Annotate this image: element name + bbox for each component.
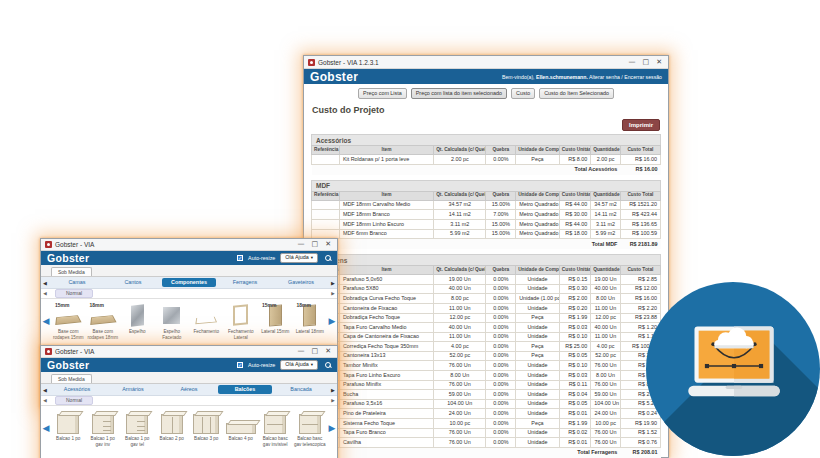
chevron-left-icon[interactable]: ◀ (41, 291, 49, 296)
table-row[interactable]: MDF 18mm Branco14.11 m27.00%Metro Quadra… (312, 210, 661, 220)
toolbar-button[interactable]: Preço com Lista (358, 88, 407, 99)
toolbar-button[interactable]: Custo do Item Selecionado (539, 88, 614, 99)
scroll-right-icon[interactable]: ▶ (327, 408, 337, 448)
table-cell: Tapa Furo Linho Escuro (339, 371, 433, 381)
section-header: MDF (311, 180, 661, 191)
table-row[interactable]: Dobradiça Curva Fecho Toque8.00 pc0.00%U… (312, 294, 661, 304)
minimize-icon[interactable]: — (298, 348, 305, 355)
tab-cantos[interactable]: Cantos (106, 278, 160, 287)
scroll-left-icon[interactable]: ◀ (41, 408, 51, 448)
table-row[interactable]: Tapa Furo Linho Escuro8.00 Un0.00%Unidad… (312, 371, 661, 381)
table-row[interactable]: Parafuso 3,5x16104.00 Un0.00%UnidadeR$ 0… (312, 399, 661, 409)
page-title: Custo do Projeto (312, 105, 660, 115)
tab-aéreos[interactable]: Aéreos (162, 385, 216, 394)
table-row[interactable]: Parafuso 5,0x6019.00 Un0.00%UnidadeR$ 0.… (312, 275, 661, 285)
thumbnail-label: Balcao basc gav telescopica (294, 436, 327, 447)
table-row[interactable]: MDF 18mm Linho Escuro3.11 m215.00%Metro … (312, 219, 661, 229)
table-row[interactable]: Corrediça Fecho Toque 350mm4.00 pc0.00%P… (312, 342, 661, 352)
print-button[interactable]: Imprimir (622, 119, 660, 131)
close-icon[interactable]: ✕ (656, 59, 662, 66)
auto-resize-checkbox[interactable]: ✓ (237, 255, 243, 261)
thumbnail-item[interactable]: 15mmBase com rodapes 15mm (51, 301, 86, 341)
thumbnail-item[interactable]: 15mmLateral 15mm (258, 301, 293, 341)
table-cell: Metro Quadrado (516, 200, 560, 210)
table-row[interactable]: Bucha59.00 Un0.00%UnidadeR$ 0.0459.00 Un… (312, 390, 661, 400)
thumbnail-item[interactable]: 18mmLateral 18mm (293, 301, 328, 341)
table-row[interactable]: MDF 6mm Branco5.99 m215.00%Metro Quadrad… (312, 229, 661, 239)
thumbnail-item[interactable]: Balcao basc gav telescopica (293, 408, 328, 448)
thumbnail-item[interactable]: Espelho Facetado (155, 301, 190, 341)
tab-balcões[interactable]: Balcões (218, 385, 272, 394)
table-row[interactable]: Tambor Minifix76.00 Un0.00%UnidadeR$ 0.1… (312, 361, 661, 371)
column-header: Quebra (486, 146, 516, 155)
help-dropdown-button[interactable]: Olá Ajuda▾ (280, 360, 318, 370)
panel-icon: 15mm (259, 302, 292, 328)
table-cell: 8.00 pc (434, 294, 486, 304)
help-dropdown-button[interactable]: Olá Ajuda▾ (280, 253, 318, 263)
minimize-icon[interactable]: — (629, 59, 636, 66)
table-row[interactable]: Pino de Prateleira24.00 Un0.00%UnidadeR$… (312, 409, 661, 419)
table-row[interactable]: Parafuso Minifix76.00 Un0.00%UnidadeR$ 0… (312, 380, 661, 390)
tab-gaveteiros[interactable]: Gaveteiros (274, 278, 328, 287)
chevron-right-icon[interactable]: ▶ (329, 291, 337, 296)
maximize-icon[interactable]: □ (312, 241, 319, 248)
thumbnail-item[interactable]: Espelho (120, 301, 155, 341)
table-cell: Pino de Prateleira (339, 409, 433, 419)
chevron-right-icon[interactable]: ▶ (329, 398, 337, 403)
tab-acessórios[interactable]: Acessórios (50, 385, 104, 394)
table-row[interactable]: Cantoneira 13x1352.00 pc0.00%PeçaR$ 0.05… (312, 351, 661, 361)
thumbnail-item[interactable]: Fechamento Lateral (224, 301, 259, 341)
thumbnail-item[interactable]: Balcao 1 po gav inv (86, 408, 121, 448)
table-cell: R$ 0.05 (559, 399, 590, 409)
tab-normal[interactable]: Normal (55, 289, 93, 298)
close-icon[interactable]: ✕ (325, 348, 331, 355)
chevron-left-icon[interactable]: ◀ (41, 387, 49, 393)
thumbnail-item[interactable]: Balcao 2 po (155, 408, 190, 448)
table-row[interactable]: MDF 18mm Carvalho Medio34.57 m215.00%Met… (312, 200, 661, 210)
chevron-left-icon[interactable]: ◀ (41, 398, 49, 403)
titlebar[interactable]: Gobster - VIA 1.2.3.1 — □ ✕ (304, 56, 668, 69)
tab-normal[interactable]: Normal (55, 396, 93, 405)
table-cell: 11.00 Un (591, 303, 621, 313)
toolbar-button[interactable]: Custo (511, 88, 535, 99)
toolbar-button[interactable]: Preço com lista do item selecionado (411, 88, 507, 99)
chevron-left-icon[interactable]: ◀ (41, 280, 49, 286)
chevron-right-icon[interactable]: ▶ (329, 280, 337, 286)
tab-sob-medida[interactable]: Sob Medida (51, 374, 92, 383)
minimize-icon[interactable]: — (298, 241, 305, 248)
table-row[interactable]: Sistema Fecho Toque10.00 pc0.00%PeçaR$ 1… (312, 419, 661, 429)
tab-componentes[interactable]: Componentes (162, 278, 216, 287)
table-row[interactable]: Cavilha76.00 Un0.00%UnidadeR$ 0.0176.00 … (312, 438, 661, 448)
thumbnail-item[interactable]: 18mmBase com rodapes 18mm (86, 301, 121, 341)
scroll-right-icon[interactable]: ▶ (327, 301, 337, 341)
table-row[interactable]: Tapa Furo Branco76.00 Un0.00%UnidadeR$ 0… (312, 428, 661, 438)
tab-armários[interactable]: Armários (106, 385, 160, 394)
thumbnail-item[interactable]: Balcao 4 po (224, 408, 259, 448)
table-row[interactable]: Parafuso 5X8040.00 Un0.00%UnidadeR$ 0.30… (312, 284, 661, 294)
table-row[interactable]: Tapa Furo Carvalho Medio40.00 Un0.00%Uni… (312, 323, 661, 333)
thumbnail-item[interactable]: Balcao 1 po (51, 408, 86, 448)
thumbnail-item[interactable]: Fechamento (189, 301, 224, 341)
table-row[interactable]: Capa de Cantoneira de Fixacao11.00 Un0.0… (312, 332, 661, 342)
titlebar[interactable]: Gobster - VIA — □ ✕ (41, 346, 337, 358)
maximize-icon[interactable]: □ (643, 59, 650, 66)
tab-sob-medida[interactable]: Sob Medida (51, 267, 92, 276)
close-icon[interactable]: ✕ (325, 241, 331, 248)
scroll-left-icon[interactable]: ◀ (41, 301, 51, 341)
table-row[interactable]: Dobradiça Fecho Toque12.00 pc0.00%PeçaR$… (312, 313, 661, 323)
tab-camas[interactable]: Camas (50, 278, 104, 287)
table-row[interactable]: Kit Roldanas p/ 1 porta leve2.00 pc0.00%… (312, 155, 661, 165)
tab-bancada[interactable]: Bancada (274, 385, 328, 394)
auto-resize-checkbox[interactable]: ✓ (237, 362, 243, 368)
titlebar[interactable]: Gobster - VIA — □ ✕ (41, 239, 337, 251)
thumbnail-item[interactable]: Balcao basc gav invisivel (258, 408, 293, 448)
thumbnail-item[interactable]: Balcao 3 po (189, 408, 224, 448)
tab-ferragens[interactable]: Ferragens (218, 278, 272, 287)
session-links[interactable]: Alterar senha / Encerrar sessão (588, 74, 662, 80)
thumbnail-item[interactable]: Balcao 1 po gav tel (120, 408, 155, 448)
search-icon[interactable] (325, 362, 331, 368)
table-row[interactable]: Cantoneira de Fixacao11.00 Un0.00%Unidad… (312, 303, 661, 313)
chevron-right-icon[interactable]: ▶ (329, 387, 337, 393)
maximize-icon[interactable]: □ (312, 348, 319, 355)
search-icon[interactable] (325, 255, 331, 261)
